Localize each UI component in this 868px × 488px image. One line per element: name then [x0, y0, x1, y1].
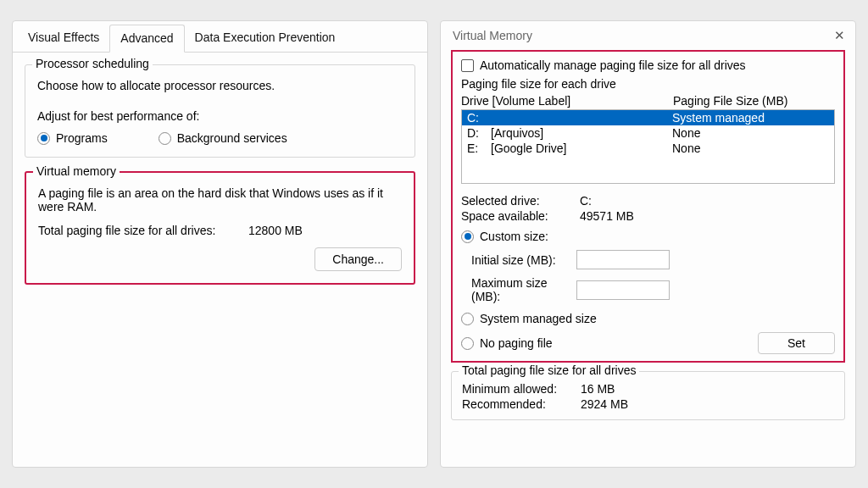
processor-scheduling-title: Processor scheduling — [32, 57, 153, 70]
custom-size-label: Custom size: — [480, 230, 548, 243]
drive-size: None — [672, 141, 700, 155]
adjust-label: Adjust for best performance of: — [37, 109, 403, 123]
radio-no-paging[interactable]: No paging file — [461, 336, 553, 350]
system-managed-label: System managed size — [480, 312, 597, 325]
tab-visual-effects[interactable]: Visual Effects — [18, 25, 109, 52]
radio-dot-icon — [461, 337, 474, 350]
radio-background-label: Background services — [177, 131, 287, 145]
col-drive: Drive [Volume Label] — [461, 94, 673, 108]
auto-manage-label: Automatically manage paging file size fo… — [480, 58, 746, 72]
auto-manage-checkbox[interactable]: Automatically manage paging file size fo… — [461, 58, 835, 72]
drive-size: None — [672, 126, 700, 140]
maximum-size-input[interactable] — [576, 280, 670, 300]
radio-dot-icon — [461, 230, 474, 243]
radio-dot-icon — [37, 132, 50, 145]
selected-drive-value: C: — [580, 194, 592, 208]
radio-custom-size[interactable]: Custom size: — [461, 230, 835, 243]
performance-options-panel: Visual Effects Advanced Data Execution P… — [12, 20, 428, 468]
totals-title: Total paging file size for all drives — [459, 363, 639, 377]
titlebar: Virtual Memory ✕ — [441, 21, 855, 47]
tab-dep[interactable]: Data Execution Prevention — [185, 25, 346, 52]
processor-desc: Choose how to allocate processor resourc… — [37, 79, 403, 92]
change-button[interactable]: Change... — [314, 247, 402, 271]
min-allowed-label: Minimum allowed: — [462, 382, 581, 396]
no-paging-label: No paging file — [480, 336, 553, 350]
totals-group: Total paging file size for all drives Mi… — [451, 371, 845, 420]
set-button[interactable]: Set — [758, 332, 835, 354]
recommended-value: 2924 MB — [581, 397, 628, 411]
drive-volume: [Google Drive] — [491, 141, 672, 155]
drive-volume: [Arquivos] — [491, 126, 672, 140]
processor-scheduling-group: Processor scheduling Choose how to alloc… — [25, 64, 415, 158]
drive-letter: E: — [467, 141, 491, 155]
initial-size-input[interactable] — [576, 250, 670, 269]
space-available-label: Space available: — [461, 209, 580, 223]
initial-size-label: Initial size (MB): — [461, 253, 571, 267]
drive-volume — [491, 111, 672, 125]
virtual-memory-dialog: Virtual Memory ✕ Automatically manage pa… — [440, 20, 856, 468]
checkbox-icon — [461, 59, 474, 72]
radio-background[interactable]: Background services — [159, 131, 287, 145]
paging-settings-section: Automatically manage paging file size fo… — [451, 50, 845, 363]
radio-dot-icon — [461, 313, 474, 325]
selected-drive-label: Selected drive: — [461, 194, 580, 208]
drive-row[interactable]: D: [Arquivos] None — [462, 125, 834, 141]
close-icon[interactable]: ✕ — [834, 28, 845, 43]
drive-list[interactable]: C: System managed D: [Arquivos] None E: … — [461, 109, 835, 184]
drive-size: System managed — [672, 111, 765, 125]
radio-dot-icon — [159, 132, 171, 145]
radio-programs-label: Programs — [56, 131, 108, 145]
tab-advanced[interactable]: Advanced — [109, 25, 184, 53]
maximum-size-label: Maximum size (MB): — [461, 276, 571, 303]
tab-strip: Visual Effects Advanced Data Execution P… — [13, 21, 427, 53]
recommended-label: Recommended: — [462, 397, 581, 411]
space-available-value: 49571 MB — [580, 209, 634, 223]
dialog-title: Virtual Memory — [453, 29, 532, 42]
radio-system-managed[interactable]: System managed size — [461, 312, 835, 325]
drive-letter: D: — [467, 126, 491, 140]
drive-list-header: Drive [Volume Label] Paging File Size (M… — [461, 94, 835, 108]
vm-desc: A paging file is an area on the hard dis… — [38, 186, 394, 214]
vm-total-value: 12800 MB — [248, 224, 303, 237]
vm-total-label: Total paging file size for all drives: — [38, 224, 248, 237]
drive-letter: C: — [467, 111, 491, 125]
col-size: Paging File Size (MB) — [673, 94, 787, 108]
min-allowed-value: 16 MB — [581, 382, 615, 396]
virtual-memory-title: Virtual memory — [33, 164, 120, 178]
radio-programs[interactable]: Programs — [37, 131, 108, 145]
drive-row[interactable]: E: [Google Drive] None — [462, 141, 834, 156]
drive-row[interactable]: C: System managed — [462, 110, 834, 125]
each-drive-label: Paging file size for each drive — [461, 77, 835, 91]
virtual-memory-group: Virtual memory A paging file is an area … — [25, 171, 415, 285]
